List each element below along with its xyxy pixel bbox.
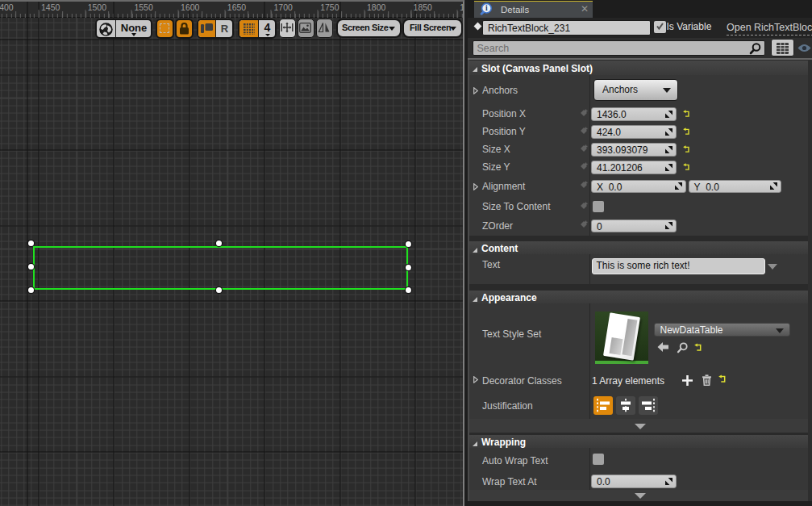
svg-text:i: i bbox=[485, 4, 488, 12]
